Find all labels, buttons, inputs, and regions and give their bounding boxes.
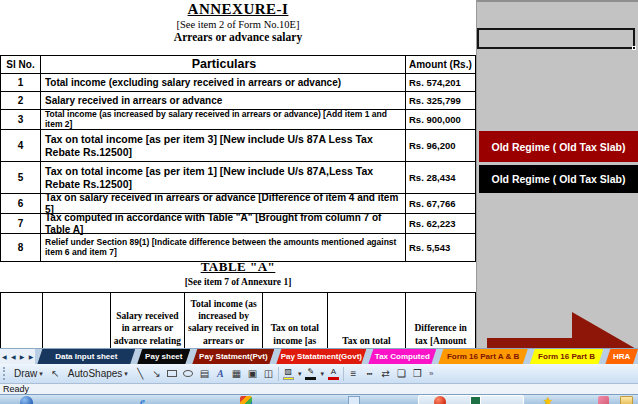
excel-task-icon[interactable] bbox=[470, 396, 481, 404]
annexure-form-ref: [See item 2 of Form No.10E] bbox=[0, 19, 476, 30]
row-sl: 4 bbox=[1, 130, 41, 161]
dropdown-icon[interactable]: ▾ bbox=[320, 370, 324, 378]
line-color-button[interactable]: ✎ bbox=[304, 368, 317, 380]
annexure-table: Sl No. Particulars Amount (Rs.) 1 Total … bbox=[0, 55, 476, 262]
prev-sheet-icon[interactable]: ◀ bbox=[11, 353, 16, 360]
tab-hra[interactable]: HRA bbox=[605, 349, 638, 364]
shadow-style-icon[interactable]: ❏ bbox=[395, 367, 408, 380]
autoshapes-menu-label: AutoShapes bbox=[68, 368, 123, 379]
line-color-swatch bbox=[305, 377, 316, 380]
row-particulars: Total income (as increased by salary rec… bbox=[41, 110, 406, 129]
old-regime-badge-row5: Old Regime ( Old Tax Slab) bbox=[479, 165, 638, 193]
draw-menu-button[interactable]: Draw ▾ bbox=[11, 367, 46, 380]
line-tool-icon[interactable]: ╲ bbox=[134, 367, 147, 380]
text-box-icon[interactable]: ▤ bbox=[198, 367, 211, 380]
oval-tool-icon[interactable] bbox=[182, 367, 195, 380]
row-sl: 3 bbox=[1, 110, 41, 129]
tab-form-16-part-a-b[interactable]: Form 16 Part A & B bbox=[438, 349, 527, 364]
toolbar-separator bbox=[278, 367, 279, 381]
table-row[interactable]: 7 Tax computed in accordance with Table … bbox=[1, 213, 475, 233]
star-app-icon[interactable]: ★ bbox=[543, 396, 553, 404]
insert-picture-icon[interactable]: ◫ bbox=[262, 367, 275, 380]
row-sl: 1 bbox=[1, 74, 41, 91]
dropdown-icon[interactable]: ▾ bbox=[298, 370, 302, 378]
app-icon[interactable] bbox=[240, 396, 252, 404]
tab-pay-sheet[interactable]: Pay sheet bbox=[137, 349, 190, 364]
row-sl: 6 bbox=[1, 194, 41, 213]
table-header-row: Sl No. Particulars Amount (Rs.) bbox=[1, 56, 475, 73]
table-row[interactable]: 8 Relief under Section 89(1) [Indicate d… bbox=[1, 233, 475, 261]
drawing-toolbar: Draw ▾ ↖ AutoShapes ▾ ╲ ↘ ▤ A ▦ ▣ ◫ ▨ ▾ … bbox=[0, 364, 638, 384]
select-objects-icon[interactable]: ↖ bbox=[49, 367, 62, 380]
table-a-col: Tax on total income [as bbox=[263, 293, 328, 348]
table-a-ref: [See item 7 of Annexure 1] bbox=[0, 277, 476, 287]
threed-style-icon[interactable]: ❒ bbox=[411, 367, 424, 380]
toolbar-options-icon[interactable]: » bbox=[429, 369, 433, 378]
table-row[interactable]: 5 Tax on total income [as per item 1] [N… bbox=[1, 161, 475, 193]
last-sheet-icon[interactable]: ▶ bbox=[29, 353, 34, 360]
fill-color-icon: ▨ bbox=[285, 368, 293, 376]
diagram-icon[interactable]: ▦ bbox=[230, 367, 243, 380]
rectangle-tool-icon[interactable] bbox=[166, 367, 179, 380]
table-row[interactable]: 2 Salary received in arrears or advance … bbox=[1, 91, 475, 109]
app-window-icon[interactable] bbox=[348, 396, 360, 404]
folder-icon[interactable] bbox=[620, 396, 633, 404]
font-color-swatch bbox=[328, 377, 339, 380]
status-bar: Ready bbox=[0, 384, 638, 394]
toolbar-grip[interactable] bbox=[3, 367, 6, 380]
table-row[interactable]: 4 Tax on total income [as per item 3] [N… bbox=[1, 129, 475, 161]
row-particulars: Tax computed in accordance with Table "A… bbox=[41, 214, 406, 233]
dash-style-icon[interactable]: ┅ bbox=[363, 367, 376, 380]
internet-explorer-icon[interactable]: e bbox=[140, 396, 145, 404]
table-a-col: Tax on total bbox=[328, 293, 407, 348]
row-amount: Rs. 900,000 bbox=[406, 110, 475, 129]
table-row[interactable]: 3 Total income (as increased by salary r… bbox=[1, 109, 475, 129]
table-a-col bbox=[1, 293, 43, 348]
table-a-title: TABLE "A" bbox=[0, 259, 476, 275]
tab-pay-statatment-govt[interactable]: Pay Statatment(Govt) bbox=[276, 349, 366, 364]
start-orb-icon[interactable] bbox=[20, 396, 33, 404]
table-row[interactable]: 1 Total income (excluding salary receive… bbox=[1, 73, 475, 91]
column-edge-line bbox=[476, 0, 477, 348]
arrow-style-icon[interactable]: ⇄ bbox=[379, 367, 392, 380]
clip-art-icon[interactable]: ▣ bbox=[246, 367, 259, 380]
table-a-col bbox=[43, 293, 111, 348]
header-particulars: Particulars bbox=[41, 56, 406, 73]
wordart-icon[interactable]: A bbox=[214, 367, 227, 380]
row-amount: Rs. 325,799 bbox=[406, 92, 475, 109]
app-icon[interactable] bbox=[598, 396, 609, 404]
tab-tax-computed[interactable]: Tax Computed bbox=[368, 349, 436, 364]
red-app-icon[interactable] bbox=[434, 396, 446, 404]
tab-data-input-sheet[interactable]: Data Input sheet bbox=[37, 349, 135, 364]
table-row[interactable]: 6 Tax on salary received in arrears or a… bbox=[1, 193, 475, 213]
red-arrow-shape bbox=[478, 304, 638, 348]
next-sheet-icon[interactable]: ▶ bbox=[20, 353, 25, 360]
sheet-nav-buttons: ◀ ◀ ▶ ▶ bbox=[0, 349, 35, 364]
dropdown-icon: ▾ bbox=[124, 370, 128, 378]
status-text: Ready bbox=[3, 384, 29, 394]
fill-handle[interactable] bbox=[632, 46, 636, 50]
tab-form-16-part-b[interactable]: Form 16 Part B bbox=[530, 349, 604, 364]
arrow-tool-icon[interactable]: ↘ bbox=[150, 367, 163, 380]
row-sl: 5 bbox=[1, 162, 41, 193]
row-amount: Rs. 96,200 bbox=[406, 130, 475, 161]
header-amount: Amount (Rs.) bbox=[406, 56, 475, 73]
table-a-col: Difference in tax [Amount bbox=[406, 293, 475, 348]
annexure-title-block: ANNEXURE-I [See item 2 of Form No.10E] A… bbox=[0, 0, 476, 43]
font-color-button[interactable]: A bbox=[327, 368, 340, 380]
sheet-tab-bar: ◀ ◀ ▶ ▶ Data Input sheet Pay sheet Pay S… bbox=[0, 348, 638, 364]
selected-cell-range[interactable] bbox=[477, 28, 635, 49]
toolbar-separator bbox=[343, 367, 344, 381]
tab-pay-statment-pvt[interactable]: Pay Statment(Pvt) bbox=[192, 349, 274, 364]
fill-color-button[interactable]: ▨ bbox=[282, 368, 295, 380]
header-sl-no: Sl No. bbox=[1, 56, 41, 73]
windows-taskbar: e ★ bbox=[0, 394, 638, 404]
row-particulars: Tax on total income [as per item 3] [New… bbox=[41, 130, 406, 161]
dropdown-icon: ▾ bbox=[39, 370, 43, 378]
row-sl: 7 bbox=[1, 214, 41, 233]
first-sheet-icon[interactable]: ◀ bbox=[2, 353, 7, 360]
autoshapes-menu-button[interactable]: AutoShapes ▾ bbox=[65, 367, 131, 380]
font-color-icon: A bbox=[331, 368, 336, 376]
table-a-col: Total income (as increased by salary rec… bbox=[185, 293, 263, 348]
line-style-icon[interactable]: ≡ bbox=[347, 367, 360, 380]
